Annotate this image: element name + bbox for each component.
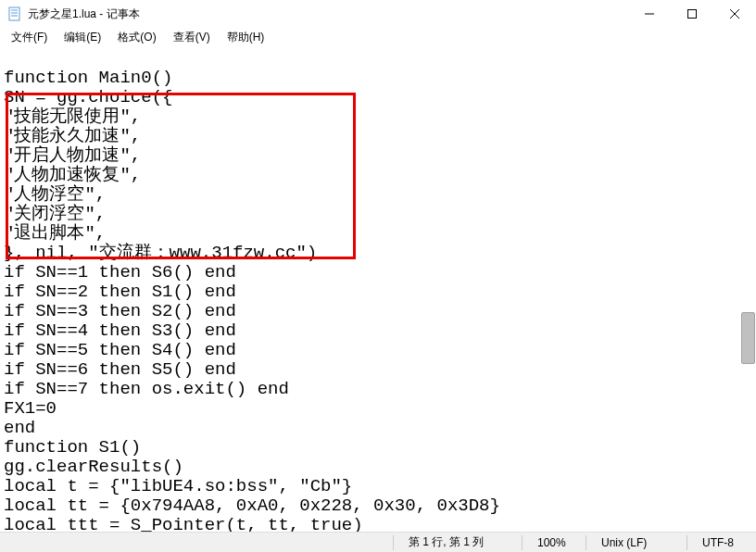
status-encoding: UTF-8 bbox=[691, 536, 756, 549]
menu-file[interactable]: 文件(F) bbox=[4, 28, 55, 47]
menubar: 文件(F) 编辑(E) 格式(O) 查看(V) 帮助(H) bbox=[0, 28, 756, 46]
menu-help[interactable]: 帮助(H) bbox=[220, 28, 272, 47]
status-lineend: Unix (LF) bbox=[590, 536, 683, 549]
close-button[interactable] bbox=[713, 0, 756, 28]
svg-rect-0 bbox=[9, 7, 19, 20]
maximize-button[interactable] bbox=[671, 0, 713, 28]
window-buttons bbox=[628, 0, 756, 28]
svg-rect-5 bbox=[688, 10, 697, 19]
notepad-icon bbox=[7, 6, 22, 21]
titlebar: 元梦之星1.lua - 记事本 bbox=[0, 0, 756, 28]
code-content[interactable]: function Main0() SN = gg.choice({ "技能无限使… bbox=[0, 47, 756, 532]
window-title: 元梦之星1.lua - 记事本 bbox=[28, 6, 628, 22]
menu-edit[interactable]: 编辑(E) bbox=[57, 28, 108, 47]
menu-format[interactable]: 格式(O) bbox=[110, 28, 163, 47]
statusbar: 第 1 行, 第 1 列 100% Unix (LF) UTF-8 bbox=[0, 532, 756, 552]
status-position: 第 1 行, 第 1 列 bbox=[397, 534, 518, 550]
text-editor-area[interactable]: function Main0() SN = gg.choice({ "技能无限使… bbox=[0, 46, 756, 532]
scrollbar-thumb[interactable] bbox=[741, 312, 755, 364]
status-zoom: 100% bbox=[526, 536, 582, 549]
menu-view[interactable]: 查看(V) bbox=[166, 28, 218, 47]
minimize-button[interactable] bbox=[628, 0, 671, 28]
